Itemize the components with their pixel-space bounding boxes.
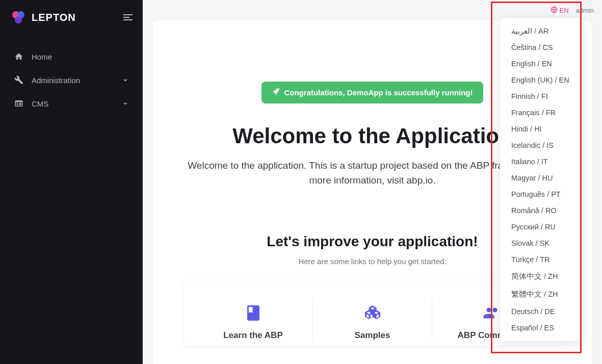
main: EN admin Congratulations, DemoApp is suc…: [143, 0, 602, 364]
sidebar-item-cms[interactable]: CMS: [5, 92, 138, 115]
chevron-down-icon: [122, 76, 128, 85]
sidebar-header: LEPTON: [0, 0, 143, 35]
language-option[interactable]: Magyar / HU: [500, 170, 582, 186]
sidebar-item-administration[interactable]: Administration: [5, 68, 138, 92]
sidebar-item-label: CMS: [32, 99, 48, 108]
topbar: EN admin: [143, 0, 602, 20]
card-learn-abp[interactable]: Learn the ABP: [194, 296, 313, 341]
svg-point-2: [15, 16, 22, 23]
language-toggle[interactable]: EN: [551, 6, 569, 15]
language-option[interactable]: Hindi / HI: [500, 121, 582, 137]
cubes-icon: [363, 304, 382, 322]
language-option[interactable]: English / EN: [500, 56, 582, 72]
language-option[interactable]: Icelandic / IS: [500, 137, 582, 153]
nav: Home Administration CMS: [0, 35, 143, 125]
current-language: EN: [560, 7, 569, 14]
language-option[interactable]: Français / FR: [500, 105, 582, 121]
community-icon: [483, 304, 501, 322]
menu-toggle-icon[interactable]: [123, 14, 133, 20]
language-option[interactable]: Türkçe / TR: [500, 251, 582, 268]
brand-name: LEPTON: [32, 12, 76, 23]
logo[interactable]: LEPTON: [10, 9, 76, 25]
language-dropdown: العربية / ARČeština / CSEnglish / ENEngl…: [500, 18, 582, 341]
sidebar-item-home[interactable]: Home: [5, 45, 138, 68]
language-option[interactable]: Finnish / FI: [500, 88, 582, 105]
card-title: Samples: [323, 330, 422, 341]
chevron-down-icon: [122, 99, 128, 108]
language-option[interactable]: Slovak / SK: [500, 235, 582, 251]
book-icon: [244, 304, 263, 322]
sidebar: LEPTON Home Administration CMS: [0, 0, 143, 364]
success-alert: Congratulations, DemoApp is successfully…: [261, 82, 483, 103]
language-option[interactable]: 繁體中文 / ZH: [500, 285, 582, 303]
language-option[interactable]: Italiano / IT: [500, 153, 582, 170]
home-icon: [14, 52, 23, 61]
card-samples[interactable]: Samples: [313, 296, 432, 341]
logo-icon: [10, 9, 27, 25]
language-option[interactable]: Русский / RU: [500, 219, 582, 235]
wrench-icon: [14, 75, 23, 85]
globe-icon: [551, 6, 558, 15]
user-name[interactable]: admin: [576, 7, 594, 14]
language-option[interactable]: Română / RO: [500, 202, 582, 219]
card-title: Learn the ABP: [204, 330, 302, 341]
language-option[interactable]: العربية / AR: [500, 23, 582, 39]
language-option[interactable]: Español / ES: [500, 320, 582, 336]
language-option[interactable]: 简体中文 / ZH: [500, 268, 582, 285]
language-option[interactable]: Português / PT: [500, 186, 582, 202]
language-option[interactable]: English (UK) / EN: [500, 72, 582, 88]
alert-text: Congratulations, DemoApp is successfully…: [284, 88, 473, 97]
sidebar-item-label: Home: [32, 53, 52, 61]
rocket-icon: [272, 88, 280, 97]
newspaper-icon: [14, 99, 23, 108]
sidebar-item-label: Administration: [32, 76, 80, 85]
language-option[interactable]: Čeština / CS: [500, 39, 582, 56]
language-option[interactable]: Deutsch / DE: [500, 303, 582, 320]
